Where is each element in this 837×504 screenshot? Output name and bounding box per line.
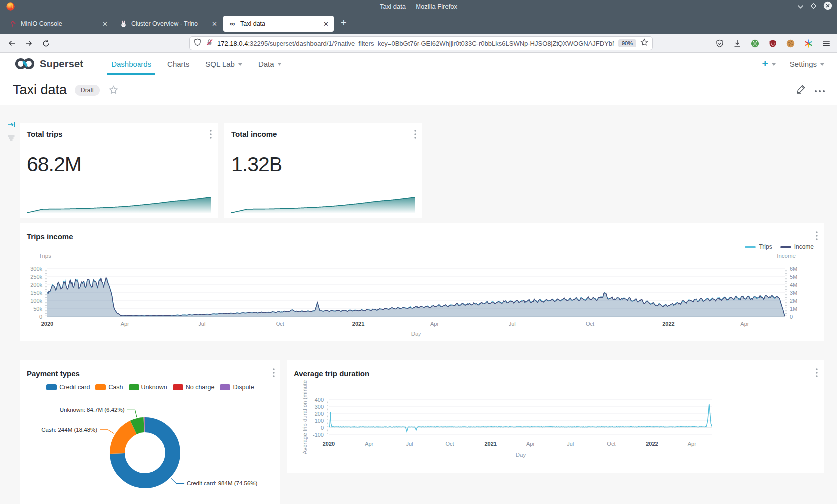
- tab-bar: MinIO Console ✕ Cluster Overview - Trino…: [0, 13, 837, 34]
- kebab-menu-icon[interactable]: [210, 130, 212, 141]
- kebab-menu-icon[interactable]: [816, 231, 818, 242]
- dashboard-header: Taxi data Draft: [0, 75, 837, 105]
- legend-item-dispute[interactable]: Dispute: [220, 384, 254, 391]
- back-icon[interactable]: [5, 36, 19, 50]
- svg-text:100k: 100k: [30, 298, 42, 304]
- svg-text:Income: Income: [777, 253, 796, 259]
- tab-close-icon[interactable]: ✕: [97, 20, 108, 28]
- card-avg-trip-duration: Average trip duration 4003002001000-1002…: [287, 360, 824, 473]
- nav-item-dashboards[interactable]: Dashboards: [103, 53, 159, 75]
- expand-filter-bar-icon[interactable]: [8, 121, 16, 130]
- firefox-window: Taxi data — Mozilla Firefox MinIO Consol…: [0, 0, 837, 504]
- tab-minio-console[interactable]: MinIO Console ✕: [4, 16, 113, 32]
- svg-text:Cash: 244M (18.48%): Cash: 244M (18.48%): [41, 427, 97, 433]
- total-trips-sparkline[interactable]: [27, 195, 211, 214]
- svg-text:2M: 2M: [790, 298, 797, 304]
- menu-hamburger-icon[interactable]: [822, 40, 830, 47]
- svg-text:Unknown: 84.7M (6.42%): Unknown: 84.7M (6.42%): [60, 407, 125, 413]
- svg-text:2021: 2021: [484, 441, 496, 447]
- dashboard-body: Total trips 68.2M Total income 1.32B Tri…: [0, 105, 837, 504]
- nav-item-charts[interactable]: Charts: [159, 53, 197, 75]
- trino-icon: [119, 20, 127, 28]
- download-icon[interactable]: [733, 39, 741, 48]
- legend-item-credit-card[interactable]: Credit card: [46, 384, 90, 391]
- svg-text:Credit card: 984M (74.56%): Credit card: 984M (74.56%): [187, 480, 257, 486]
- more-actions-icon[interactable]: [814, 86, 825, 95]
- legend-item-unknown[interactable]: Unknown: [129, 384, 167, 391]
- svg-text:5M: 5M: [790, 274, 797, 280]
- legend-item-no-charge[interactable]: No charge: [173, 384, 215, 391]
- svg-text:Oct: Oct: [586, 321, 594, 327]
- legend-item-cash[interactable]: Cash: [95, 384, 123, 391]
- legend-swatch: [173, 384, 183, 390]
- page-title: Taxi data: [13, 82, 67, 98]
- chart-title: Trips income: [27, 232, 73, 241]
- multicolor-asterisk-icon[interactable]: [804, 39, 813, 48]
- reload-icon[interactable]: [39, 36, 53, 50]
- legend-swatch: [95, 384, 106, 390]
- pocket-shield-check-icon[interactable]: [716, 39, 724, 48]
- tab-label: Taxi data: [240, 20, 265, 27]
- svg-text:Oct: Oct: [607, 441, 615, 447]
- card-payment-types: Payment types Credit card Cash Unknown N…: [20, 360, 280, 504]
- window-close-icon[interactable]: [823, 1, 832, 12]
- cookie-icon[interactable]: [786, 39, 795, 48]
- privacy-badger-icon[interactable]: [751, 39, 759, 48]
- chevron-down-icon: [820, 63, 824, 66]
- kebab-menu-icon[interactable]: [273, 368, 275, 379]
- url-host: 172.18.0.4: [217, 40, 248, 47]
- kebab-menu-icon[interactable]: [816, 368, 818, 379]
- chevron-down-icon: [772, 63, 776, 66]
- svg-text:Jul: Jul: [567, 441, 574, 447]
- legend: Credit card Cash Unknown No charge Dispu…: [20, 384, 280, 391]
- legend-item-income[interactable]: Income: [780, 243, 814, 250]
- svg-text:Trips: Trips: [39, 253, 51, 259]
- edit-pencil-icon[interactable]: [796, 84, 806, 96]
- legend-item-trips[interactable]: Trips: [745, 243, 772, 250]
- nav-item-data[interactable]: Data: [250, 53, 289, 75]
- svg-text:200: 200: [315, 411, 324, 417]
- settings-menu[interactable]: Settings: [790, 60, 824, 68]
- legend-swatch: [780, 246, 791, 248]
- payment-types-donut-chart[interactable]: Credit card: 984M (74.56%)Cash: 244M (18…: [20, 360, 280, 504]
- tab-label: MinIO Console: [21, 20, 62, 27]
- forward-icon[interactable]: [22, 36, 36, 50]
- svg-text:200k: 200k: [30, 282, 42, 288]
- favorite-star-icon[interactable]: [109, 85, 118, 95]
- total-income-sparkline[interactable]: [231, 195, 415, 214]
- big-number-value: 68.2M: [27, 153, 81, 176]
- svg-text:Jul: Jul: [198, 321, 205, 327]
- superset-logo[interactable]: Superset: [14, 57, 83, 71]
- superset-infinity-icon: [14, 57, 36, 71]
- kebab-menu-icon[interactable]: [414, 130, 416, 141]
- svg-text:Average trip duration (minute: Average trip duration (minute: [302, 380, 308, 454]
- tab-taxi-data[interactable]: ∞ Taxi data ✕: [223, 16, 334, 32]
- url-bar[interactable]: 172.18.0.4:32295/superset/dashboard/1/?n…: [189, 36, 653, 50]
- legend-swatch: [46, 384, 57, 390]
- bookmark-star-icon[interactable]: [640, 38, 648, 48]
- url-text: 172.18.0.4:32295/superset/dashboard/1/?n…: [217, 40, 614, 47]
- tab-close-icon[interactable]: ✕: [318, 20, 329, 28]
- tab-trino[interactable]: Cluster Overview - Trino ✕: [114, 16, 222, 32]
- window-minimize-icon[interactable]: [797, 2, 804, 11]
- legend: Trips Income: [745, 243, 814, 250]
- nav-item-sql-lab[interactable]: SQL Lab: [197, 53, 250, 75]
- shield-icon[interactable]: [194, 38, 201, 48]
- trips-income-chart[interactable]: 300k6M250k5M200k4M150k3M100k2M50k1M00202…: [20, 223, 824, 341]
- window-maximize-icon[interactable]: [810, 2, 817, 11]
- svg-text:Apr: Apr: [526, 441, 535, 447]
- svg-text:250k: 250k: [30, 274, 42, 280]
- svg-text:2020: 2020: [323, 441, 335, 447]
- new-tab-button[interactable]: +: [341, 17, 347, 29]
- svg-text:Apr: Apr: [121, 321, 129, 327]
- minio-icon: [9, 20, 17, 28]
- add-new-button[interactable]: +: [762, 58, 776, 70]
- zoom-level-badge[interactable]: 90%: [618, 39, 636, 47]
- tab-close-icon[interactable]: ✕: [207, 20, 217, 28]
- svg-text:Jul: Jul: [509, 321, 516, 327]
- insecure-lock-icon[interactable]: [206, 38, 213, 48]
- ublock-icon[interactable]: [769, 39, 777, 48]
- filter-icon[interactable]: [8, 134, 15, 143]
- svg-text:50k: 50k: [33, 306, 42, 312]
- svg-text:-100: -100: [313, 432, 324, 438]
